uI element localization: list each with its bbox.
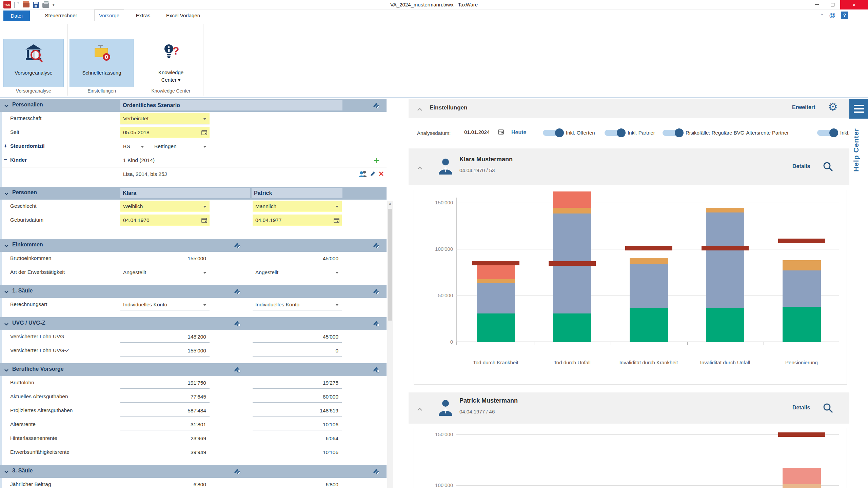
number-field[interactable]: 10'106 — [253, 447, 342, 458]
edit-column-icon[interactable] — [233, 320, 240, 328]
section-collapse-chevron-icon[interactable] — [4, 469, 9, 475]
maximize-button[interactable] — [825, 0, 840, 9]
dropdown-field[interactable]: Weiblich — [120, 201, 210, 212]
section-collapse-chevron-icon[interactable] — [4, 289, 9, 295]
y-tick-label: 100'000 — [419, 246, 453, 252]
analysis-date-input[interactable]: 01.01.2024 — [464, 129, 497, 136]
scrollbar-thumb[interactable] — [388, 209, 392, 321]
edit-icon[interactable] — [370, 170, 376, 179]
details-link[interactable]: Details — [792, 163, 810, 169]
number-field[interactable]: 191'750 — [120, 377, 210, 389]
section-header-personalien: PersonalienOrdentliches Szenario — [0, 99, 387, 112]
edit-column-icon[interactable] — [372, 101, 379, 109]
dropdown-field[interactable]: Verheiratet — [120, 113, 210, 124]
collapse-settings-chevron-icon[interactable] — [417, 106, 422, 113]
collapse-ribbon-chevron-icon[interactable]: ⌃ — [820, 13, 824, 18]
dropdown-field[interactable]: Angestellt — [120, 267, 210, 278]
date-field[interactable]: 04.04.1970 — [120, 215, 210, 226]
edit-column-icon[interactable] — [233, 287, 240, 296]
edit-column-icon[interactable] — [233, 366, 240, 374]
toggle-switch[interactable] — [543, 130, 561, 136]
category-label: Tod durch Krankheit — [457, 360, 534, 365]
tab-excel-vorlagen[interactable]: Excel Vorlagen — [162, 9, 204, 21]
details-link[interactable]: Details — [792, 405, 810, 411]
number-field[interactable]: 6'064 — [253, 433, 342, 444]
email-icon[interactable]: @ — [829, 12, 835, 19]
number-field[interactable]: 155'000 — [120, 345, 210, 357]
edit-column-icon[interactable] — [372, 287, 379, 296]
date-field[interactable]: 05.05.2018 — [120, 127, 210, 138]
ribbon-button-knowledge-center[interactable]: ?KnowledgeCenter ▾ — [142, 39, 199, 87]
form-scrollbar[interactable]: ▲ — [387, 201, 393, 488]
section-collapse-chevron-icon[interactable] — [4, 191, 9, 197]
number-field[interactable]: 31'801 — [120, 419, 210, 430]
edit-column-icon[interactable] — [233, 467, 240, 475]
edit-column-icon[interactable] — [372, 320, 379, 328]
magnifier-icon[interactable] — [823, 403, 833, 414]
number-field[interactable]: 6'800 — [120, 479, 210, 488]
menu-hamburger-icon[interactable] — [849, 99, 868, 119]
tab-vorsorge[interactable]: Vorsorge — [94, 9, 124, 21]
number-field[interactable]: 77'645 — [120, 391, 210, 403]
help-icon[interactable]: ? — [841, 12, 848, 19]
toggle-switch[interactable] — [817, 130, 835, 136]
section-collapse-chevron-icon[interactable] — [4, 103, 9, 109]
number-field[interactable]: 45'000 — [253, 331, 342, 343]
calendar-icon[interactable] — [201, 217, 207, 225]
dropdown-pair-field[interactable]: BSBettingen — [120, 141, 210, 152]
ribbon-button-vorsorgeanalyse[interactable]: Vorsorgeanalyse — [3, 39, 64, 87]
number-field[interactable]: 10'106 — [253, 419, 342, 430]
delete-icon[interactable]: ✕ — [378, 170, 384, 179]
expand-toggle-icon[interactable]: − — [4, 157, 7, 163]
collapse-person-chevron-icon[interactable] — [417, 406, 422, 412]
section-collapse-chevron-icon[interactable] — [4, 367, 9, 373]
row-label: Jährlicher Beitrag — [10, 481, 51, 487]
tab-datei[interactable]: Datei — [3, 11, 30, 21]
bar-marker — [472, 261, 519, 265]
toggle-switch[interactable] — [605, 130, 623, 136]
gear-icon[interactable]: ⚙ — [828, 100, 838, 113]
today-link[interactable]: Heute — [511, 129, 526, 136]
number-field[interactable]: 148'200 — [120, 331, 210, 343]
calendar-icon[interactable] — [201, 129, 207, 137]
number-field[interactable]: 45'000 — [253, 253, 342, 264]
date-field[interactable]: 04.04.1977 — [253, 215, 342, 226]
toggle-switch[interactable] — [663, 130, 681, 136]
dropdown-field[interactable]: Individuelles Konto — [120, 299, 210, 310]
number-field[interactable]: 148'619 — [253, 405, 342, 416]
edit-column-icon[interactable] — [372, 467, 379, 475]
expand-toggle-icon[interactable]: + — [4, 143, 7, 149]
number-field[interactable]: 155'000 — [120, 253, 210, 264]
tab-steuerrechner[interactable]: Steuerrechner — [36, 9, 86, 21]
tab-extras[interactable]: Extras — [132, 9, 154, 21]
edit-column-icon[interactable] — [233, 241, 240, 249]
persons-icon[interactable] — [359, 170, 368, 179]
number-field[interactable]: 39'949 — [120, 447, 210, 458]
close-button[interactable]: ✕ — [840, 0, 868, 9]
section-collapse-chevron-icon[interactable] — [4, 243, 9, 249]
help-center-tab[interactable]: Help Center — [852, 128, 860, 172]
edit-column-icon[interactable] — [372, 366, 379, 374]
number-field[interactable]: 587'484 — [120, 405, 210, 416]
section-collapse-chevron-icon[interactable] — [4, 321, 9, 327]
collapse-person-chevron-icon[interactable] — [417, 165, 422, 171]
advanced-link[interactable]: Erweitert — [792, 104, 815, 110]
magnifier-icon[interactable] — [823, 162, 833, 173]
number-field[interactable]: 0 — [253, 345, 342, 357]
scrollbar-up-arrow-icon[interactable]: ▲ — [387, 201, 393, 205]
number-field[interactable]: 23'969 — [120, 433, 210, 444]
add-child-button[interactable]: + — [374, 154, 380, 167]
calendar-icon[interactable] — [498, 129, 504, 136]
dropdown-field[interactable]: Individuelles Konto — [253, 299, 342, 310]
minimize-button[interactable] — [809, 0, 825, 9]
number-value: 45'000 — [323, 256, 338, 262]
number-field[interactable]: 19'275 — [253, 377, 342, 389]
dropdown-field[interactable]: Angestellt — [253, 267, 342, 278]
number-field[interactable]: 80'000 — [253, 391, 342, 403]
row-label: Versicherter Lohn UVG — [10, 333, 64, 340]
edit-column-icon[interactable] — [372, 241, 379, 249]
dropdown-field[interactable]: Männlich — [253, 201, 342, 212]
calendar-icon[interactable] — [334, 217, 339, 225]
number-field[interactable]: 6'800 — [253, 479, 342, 488]
ribbon-button-schnellerfassung[interactable]: Schnellerfassung — [70, 39, 134, 87]
